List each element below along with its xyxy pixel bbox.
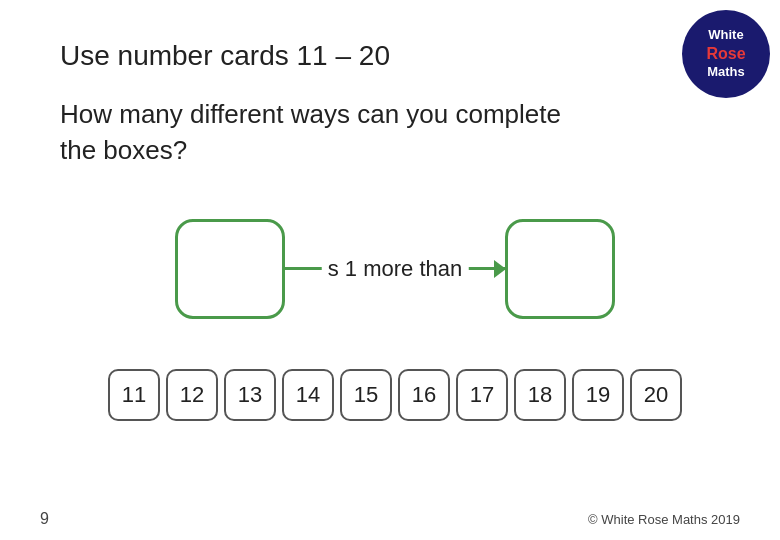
box-area: s 1 more than <box>60 209 730 329</box>
left-input-box[interactable] <box>175 219 285 319</box>
number-card[interactable]: 19 <box>572 369 624 421</box>
number-cards-row: 11121314151617181920 <box>60 369 730 421</box>
white-rose-maths-logo: White Rose Maths <box>682 10 770 98</box>
logo-line2: Rose <box>706 44 745 65</box>
number-card[interactable]: 12 <box>166 369 218 421</box>
footer: 9 © White Rose Maths 2019 <box>0 510 780 528</box>
subtitle-line1: How many different ways can you complete <box>60 99 561 129</box>
number-card[interactable]: 16 <box>398 369 450 421</box>
number-card[interactable]: 17 <box>456 369 508 421</box>
connector-label: s 1 more than <box>322 256 469 282</box>
number-card[interactable]: 11 <box>108 369 160 421</box>
page-title: Use number cards 11 – 20 <box>60 40 730 72</box>
main-content: Use number cards 11 – 20 How many differ… <box>0 0 780 461</box>
connector: s 1 more than <box>285 267 505 270</box>
copyright: © White Rose Maths 2019 <box>588 512 740 527</box>
right-input-box[interactable] <box>505 219 615 319</box>
number-card[interactable]: 18 <box>514 369 566 421</box>
logo-line3: Maths <box>707 64 745 81</box>
page-subtitle: How many different ways can you complete… <box>60 96 730 169</box>
number-card[interactable]: 20 <box>630 369 682 421</box>
subtitle-line2: the boxes? <box>60 135 187 165</box>
logo-line1: White <box>708 27 743 44</box>
number-card[interactable]: 13 <box>224 369 276 421</box>
page-number: 9 <box>40 510 49 528</box>
box-row: s 1 more than <box>175 219 615 319</box>
number-card[interactable]: 15 <box>340 369 392 421</box>
number-card[interactable]: 14 <box>282 369 334 421</box>
